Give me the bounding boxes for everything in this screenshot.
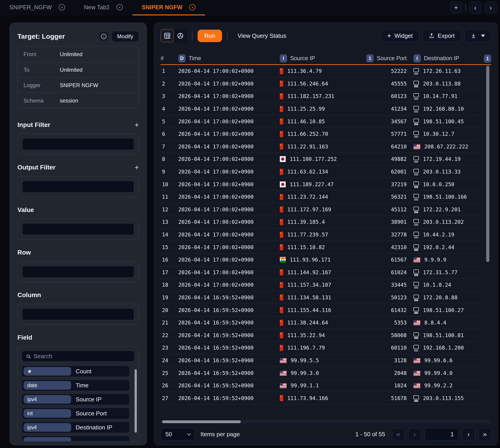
table-row[interactable]: 5 2026-04-14 17:00:02+0900 111.46.10.85 … [161, 115, 481, 128]
table-row[interactable]: 9 2026-04-14 17:00:02+0900 111.63.62.134… [161, 166, 481, 178]
page-size-select[interactable]: 50 [161, 428, 195, 440]
destination-ip-cell: 10.0.0.250 [414, 181, 481, 187]
field-search-box[interactable] [22, 351, 135, 362]
scroll-tabs-left-button[interactable]: ‹ [469, 2, 482, 14]
add-input-filter-icon[interactable]: + [135, 121, 139, 128]
table-row[interactable]: 13 2026-04-14 17:00:02+0900 111.39.185.4… [161, 216, 481, 228]
add-output-filter-icon[interactable]: + [135, 164, 139, 171]
table-row[interactable]: 2 2026-04-14 17:00:02+0900 111.56.246.64… [161, 78, 481, 90]
us-flag-icon [414, 144, 420, 149]
time-cell: 2026-04-14 16:59:52+0900 [178, 370, 280, 376]
tab-new-tab2[interactable]: New Tab2 × [74, 0, 132, 16]
column-field[interactable] [22, 308, 134, 320]
table-row[interactable]: 18 2026-04-14 17:00:02+0900 111.157.34.1… [161, 279, 481, 291]
time-cell: 2026-04-14 17:00:02+0900 [178, 144, 280, 150]
value-title: Value [17, 206, 34, 214]
row-index: 24 [161, 357, 178, 363]
table-row[interactable]: 4 2026-04-14 17:00:02+0900 111.25.25.99 … [161, 103, 481, 115]
table-view-button[interactable] [161, 29, 174, 42]
row-index: 20 [161, 307, 178, 313]
table-row[interactable]: 24 2026-04-14 16:59:52+0900 99.99.5.5 31… [161, 354, 481, 367]
table-row[interactable]: 19 2026-04-14 16:59:52+0900 111.134.58.1… [161, 291, 481, 304]
table-row[interactable]: 15 2026-04-14 17:00:02+0900 111.15.10.82… [161, 241, 481, 254]
cn-flag-icon [280, 395, 283, 401]
table-row[interactable]: 14 2026-04-14 17:00:02+0900 111.77.239.5… [161, 228, 481, 241]
field-item[interactable] [22, 436, 130, 441]
field-item[interactable]: int Source Port [22, 408, 130, 419]
cn-flag-icon [280, 345, 283, 351]
source-ip-cell: 111.39.185.4 [280, 219, 358, 225]
table-row[interactable]: 7 2026-04-14 17:00:02+0900 111.22.91.163… [161, 141, 481, 153]
column-header-source-ip[interactable]: I Source IP [280, 54, 358, 63]
add-widget-button[interactable]: + Widget [381, 29, 419, 42]
vertical-scrollbar[interactable] [486, 66, 489, 416]
divider [192, 32, 192, 40]
table-row[interactable]: 12 2026-04-14 17:00:02+0900 111.172.97.1… [161, 203, 481, 216]
table-row[interactable]: 21 2026-04-14 16:59:52+0900 111.38.244.6… [161, 317, 481, 329]
field-item[interactable]: date Time [22, 380, 130, 391]
table-row[interactable]: 25 2026-04-14 16:59:52+0900 99.99.3.0 20… [161, 367, 481, 379]
horizontal-scrollbar[interactable] [161, 420, 490, 423]
last-page-button[interactable]: » [479, 428, 491, 440]
row-index: 1 [161, 68, 178, 74]
table-row[interactable]: 3 2026-04-14 17:00:02+0900 111.182.157.2… [161, 90, 481, 103]
monitor-icon [414, 282, 419, 286]
info-icon[interactable]: i [100, 32, 108, 41]
first-page-button[interactable]: « [392, 428, 405, 440]
page-number-input[interactable] [425, 428, 459, 440]
add-tab-button[interactable]: + [450, 2, 462, 14]
row-field[interactable] [22, 266, 134, 278]
horizontal-scrollbar-thumb[interactable] [162, 420, 241, 423]
output-filter-field[interactable] [22, 181, 134, 192]
field-search-input[interactable] [34, 353, 130, 360]
tab-sniper-ngfw-active[interactable]: SNIPER NGFW × [132, 0, 205, 16]
download-button[interactable] [465, 29, 491, 42]
view-query-status-link[interactable]: View Query Status [238, 32, 286, 39]
field-item[interactable]: ipv4 Destination IP [22, 422, 130, 433]
time-cell: 2026-04-14 17:00:02+0900 [178, 207, 280, 212]
int-type-badge: 1 [366, 54, 374, 63]
close-tab-icon[interactable]: × [189, 4, 195, 10]
column-header-index[interactable]: # [161, 55, 178, 62]
tab-sniper-ngfw-old[interactable]: SNIPER_NGFW × [0, 0, 74, 16]
field-item[interactable]: ipv4 Source IP [22, 394, 130, 405]
table-row[interactable]: 27 2026-04-14 16:59:52+0900 111.73.94.16… [161, 392, 481, 405]
source-ip-cell: 111.144.92.167 [280, 269, 358, 275]
in-flag-icon [280, 257, 286, 263]
table-row[interactable]: 26 2026-04-14 16:59:52+0900 99.99.1.1 10… [161, 379, 481, 392]
table-row[interactable]: 22 2026-04-14 16:59:52+0900 111.35.22.94… [161, 329, 481, 342]
divider [465, 4, 466, 12]
close-tab-icon[interactable]: × [117, 4, 123, 10]
row-index: 19 [161, 295, 178, 301]
export-button[interactable]: Export [423, 29, 461, 42]
run-button[interactable]: Run [198, 30, 222, 42]
next-page-button[interactable]: › [462, 428, 475, 440]
table-row[interactable]: 10 2026-04-14 17:00:02+0900 111.189.227.… [161, 178, 481, 191]
tab-label: SNIPER_NGFW [10, 4, 52, 11]
table-row[interactable]: 17 2026-04-14 17:00:02+0900 111.144.92.1… [161, 266, 481, 279]
field-item-label: Destination IP [76, 424, 112, 431]
table-row[interactable]: 8 2026-04-14 17:00:02+0900 111.100.177.2… [161, 153, 481, 166]
table-row[interactable]: 6 2026-04-14 17:00:02+0900 111.66.252.70… [161, 128, 481, 141]
close-tab-icon[interactable]: × [59, 4, 65, 10]
table-row[interactable]: 23 2026-04-14 16:59:52+0900 111.196.7.79… [161, 342, 481, 354]
column-header-time[interactable]: D Time [178, 54, 280, 63]
input-filter-field[interactable] [22, 138, 134, 150]
table-row[interactable]: 16 2026-04-14 17:00:02+0900 111.93.96.17… [161, 254, 481, 266]
field-item[interactable]: ★ Count [22, 366, 130, 377]
column-header-source-port[interactable]: 1 Source Port [358, 54, 407, 63]
vertical-scrollbar-thumb[interactable] [486, 66, 489, 262]
scroll-tabs-right-button[interactable]: › [484, 2, 497, 14]
monitor-icon [414, 156, 419, 160]
source-ip-cell: 111.73.94.166 [280, 395, 358, 401]
table-row[interactable]: 20 2026-04-14 16:59:52+0900 111.155.44.1… [161, 304, 481, 317]
table-row[interactable]: 1 2026-04-14 17:00:02+0900 111.36.4.79 5… [161, 65, 481, 78]
table-row[interactable]: 11 2026-04-14 17:00:02+0900 111.23.72.14… [161, 191, 481, 203]
prev-page-button[interactable]: ‹ [408, 428, 421, 440]
field-list-scrollbar[interactable] [135, 369, 137, 432]
chart-view-button[interactable] [174, 29, 187, 42]
info-row-to: To Unlimited [18, 62, 139, 77]
column-header-destination-ip[interactable]: I Destination IP [414, 54, 481, 63]
value-field[interactable] [22, 223, 134, 235]
modify-button[interactable]: Modify [111, 31, 139, 42]
